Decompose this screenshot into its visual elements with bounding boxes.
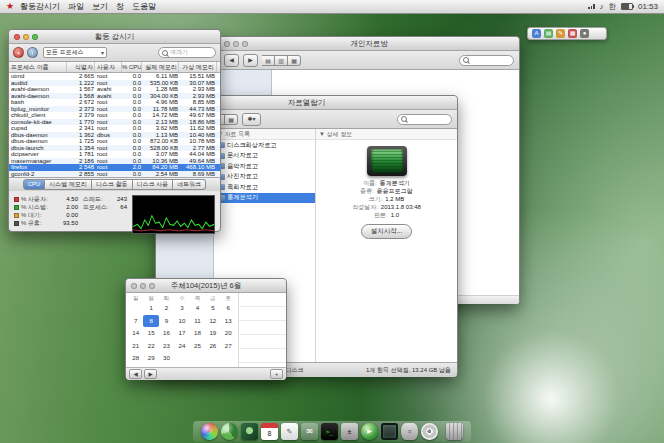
file-list-item[interactable]: 디스크화상자료고 <box>214 140 315 151</box>
text-tool-icon[interactable]: A <box>532 29 541 38</box>
next-month-button[interactable]: ▶ <box>144 369 157 379</box>
volume-icon[interactable]: ♪ <box>600 2 604 11</box>
day-cell[interactable]: 28 <box>128 352 143 365</box>
stats-tab[interactable]: 디스크 사용 <box>133 179 174 190</box>
day-cell[interactable]: 13 <box>221 315 236 328</box>
forward-button[interactable]: ▶ <box>243 54 258 67</box>
dock-player-icon[interactable]: ▶ <box>361 423 378 440</box>
column-header-rmem[interactable]: 실제 메모리 <box>142 62 179 72</box>
minimize-button[interactable] <box>23 34 29 40</box>
action-menu-button[interactable]: ✱▾ <box>242 113 261 126</box>
file-manager-titlebar[interactable]: 개인자료방 <box>219 37 519 51</box>
column-header-pid[interactable]: 식별자 <box>67 62 95 72</box>
day-cell[interactable]: 9 <box>159 315 174 328</box>
search-input[interactable] <box>459 55 514 66</box>
install-button[interactable]: 설치시작... <box>361 224 412 239</box>
minimize-button[interactable] <box>140 283 146 289</box>
day-cell[interactable]: 14 <box>128 327 143 340</box>
view-mode-button[interactable]: ▥ <box>275 55 288 66</box>
day-cell[interactable]: 30 <box>159 352 174 365</box>
dock-mail-icon[interactable]: ✉ <box>301 423 318 440</box>
dock-calendar-icon[interactable]: 8 <box>261 423 278 440</box>
day-cell[interactable]: 22 <box>143 340 158 353</box>
dock-notes-icon[interactable]: ✎ <box>281 423 298 440</box>
prev-month-button[interactable]: ◀ <box>129 369 142 379</box>
menu-bar-clock[interactable]: 01:53 <box>638 2 658 11</box>
day-cell[interactable]: 19 <box>205 327 220 340</box>
file-list-item[interactable]: 통계분석기 <box>214 193 315 204</box>
add-event-button[interactable]: + <box>270 369 283 379</box>
day-cell[interactable]: 20 <box>221 327 236 340</box>
day-cell[interactable] <box>190 352 205 365</box>
back-button[interactable]: ◀ <box>224 54 239 67</box>
search-input[interactable] <box>397 114 452 125</box>
file-list-item[interactable]: 록화자료고 <box>214 182 315 193</box>
stats-tab[interactable]: 디스크 활동 <box>92 179 133 190</box>
column-header-cpu[interactable]: % CPU <box>122 62 142 72</box>
dock-terminal-icon[interactable]: >_ <box>321 423 338 440</box>
dock-photos-icon[interactable] <box>241 423 258 440</box>
system-logo-icon[interactable]: ★ <box>6 0 14 13</box>
column-header-vmem[interactable]: 가상 메모리 <box>179 62 217 72</box>
calendar-titlebar[interactable]: 주체104(2015)년 6월 <box>126 279 286 293</box>
day-cell[interactable]: 10 <box>174 315 189 328</box>
day-cell[interactable] <box>174 352 189 365</box>
day-cell[interactable]: 18 <box>190 327 205 340</box>
minimize-button[interactable] <box>233 41 239 47</box>
day-cell[interactable]: 27 <box>221 340 236 353</box>
day-cell[interactable]: 25 <box>190 340 205 353</box>
stats-tab[interactable]: 시스템 메모리 <box>45 179 92 190</box>
search-input[interactable]: 여과기 <box>158 47 216 58</box>
inspect-process-button[interactable]: i <box>27 47 38 58</box>
menu-item[interactable]: 창 <box>116 0 124 13</box>
day-cell[interactable]: 1 <box>143 302 158 315</box>
column-header-name[interactable]: 프로세스 이름 <box>9 62 67 72</box>
day-cell[interactable]: 12 <box>205 315 220 328</box>
close-button[interactable] <box>224 41 230 47</box>
day-cell[interactable]: 2 <box>159 302 174 315</box>
input-language-indicator[interactable]: 한 <box>608 2 616 12</box>
menu-item[interactable]: 활동감시기 <box>20 0 60 13</box>
day-cell[interactable] <box>205 352 220 365</box>
activity-monitor-titlebar[interactable]: 활동 감시기 <box>9 30 220 44</box>
day-cell[interactable]: 4 <box>190 302 205 315</box>
file-list-item[interactable]: 음악자료고 <box>214 161 315 172</box>
dock-display-icon[interactable] <box>381 423 398 440</box>
menu-item[interactable]: 도움말 <box>132 0 156 13</box>
dock-disc-icon[interactable] <box>421 423 438 440</box>
day-cell[interactable]: 5 <box>205 302 220 315</box>
view-mode-button[interactable]: ▤ <box>262 55 275 66</box>
day-agenda-pane[interactable] <box>238 293 286 367</box>
dock-trash-icon[interactable] <box>446 423 463 440</box>
quit-process-button[interactable]: × <box>13 47 24 58</box>
zoom-button[interactable] <box>32 34 38 40</box>
menu-item[interactable]: 파일 <box>68 0 84 13</box>
process-table[interactable]: utmd 2 665 root 0.0 6.11 MB 15.51 MB aud… <box>9 73 220 177</box>
day-cell[interactable]: 24 <box>174 340 189 353</box>
column-header-user[interactable]: 사용자 <box>95 62 122 72</box>
process-table-header[interactable]: 프로세스 이름 식별자 사용자 % CPU 실제 메모리 가상 메모리 <box>9 62 220 73</box>
day-cell[interactable]: 11 <box>190 315 205 328</box>
shape-tool-icon[interactable]: ▦ <box>568 29 577 38</box>
network-signal-icon[interactable] <box>588 4 595 9</box>
day-cell[interactable]: 23 <box>159 340 174 353</box>
zoom-button[interactable] <box>242 41 248 47</box>
day-cell[interactable]: 7 <box>128 315 143 328</box>
day-cell[interactable]: 6 <box>221 302 236 315</box>
dock-browser-icon[interactable] <box>201 423 218 440</box>
day-cell[interactable]: 16 <box>159 327 174 340</box>
dock-calculator-icon[interactable]: ± <box>341 423 358 440</box>
pen-tool-icon[interactable]: ✎ <box>556 29 565 38</box>
day-cell[interactable] <box>221 352 236 365</box>
close-button[interactable] <box>14 34 20 40</box>
day-cell[interactable]: 15 <box>143 327 158 340</box>
process-filter-dropdown[interactable]: 모든 프로세스 ▾ <box>43 47 107 58</box>
day-cell[interactable]: 3 <box>174 302 189 315</box>
dock-server-icon[interactable]: ≡ <box>401 423 418 440</box>
day-cell[interactable] <box>128 302 143 315</box>
dock-chart-icon[interactable] <box>221 423 238 440</box>
close-button[interactable] <box>131 283 137 289</box>
view-mode-button[interactable]: ▦ <box>225 114 238 125</box>
day-cell[interactable]: 17 <box>174 327 189 340</box>
color-tool-icon[interactable]: ● <box>580 29 589 38</box>
